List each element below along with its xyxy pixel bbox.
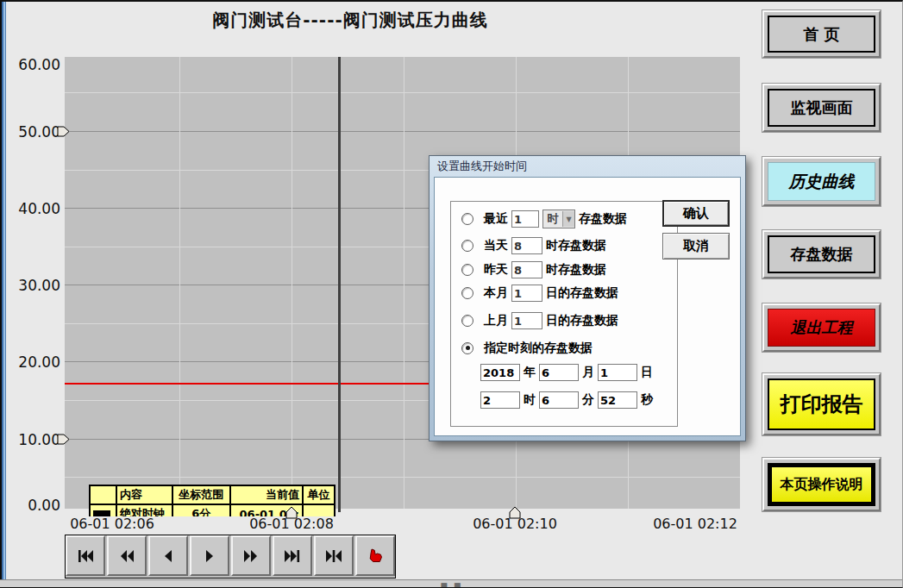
minute-label: 分: [582, 392, 594, 408]
step-back-button[interactable]: [148, 535, 188, 576]
fast-forward-button[interactable]: [231, 535, 271, 576]
second-input[interactable]: [598, 391, 637, 409]
legend-table: 内容 坐标范围 当前值 单位 绝对时钟 6分 06-01 02:: [89, 485, 335, 516]
nav-button-home-label: 首 页: [768, 16, 875, 53]
series-color-swatch: [93, 510, 110, 517]
time-cursor-line[interactable]: [338, 57, 341, 512]
day-label: 日: [641, 365, 653, 380]
recent-value-input[interactable]: [511, 210, 539, 228]
hand-mode-button[interactable]: [355, 535, 395, 576]
seek-to-cursor-button[interactable]: [314, 535, 354, 576]
nav-button-home[interactable]: 首 页: [762, 10, 881, 58]
chevron-down-icon: ▼: [562, 211, 574, 227]
y-tick-label: 60.00: [7, 56, 60, 73]
option-row-recent: 最近 时 ▼ 存盘数据: [461, 210, 674, 228]
radio-yesterday[interactable]: [461, 264, 473, 276]
y-tick-label: 50.00: [7, 123, 60, 141]
time-input-row: 时 分 秒: [480, 391, 674, 410]
gridline: [292, 57, 292, 509]
year-label: 年: [524, 365, 536, 380]
fast-forward-icon: [241, 547, 261, 565]
play-button[interactable]: [190, 535, 229, 576]
option-suffix: 时存盘数据: [546, 262, 606, 278]
play-icon: [199, 547, 220, 565]
fast-rewind-button[interactable]: [107, 535, 147, 576]
nav-button-exit-project-label: 退出工程: [768, 309, 875, 347]
minute-input[interactable]: [539, 391, 579, 409]
x-tick-label: 06-01 02:06: [52, 516, 172, 532]
cancel-button[interactable]: 取消: [662, 233, 730, 260]
option-label: 昨天: [484, 262, 508, 278]
recent-unit-select[interactable]: 时 ▼: [542, 210, 575, 228]
y-tick-label: 40.00: [7, 200, 60, 217]
year-input[interactable]: [480, 364, 520, 381]
nav-button-history-curve-label: 历史曲线: [768, 162, 875, 201]
radio-today[interactable]: [461, 240, 473, 252]
x-axis-slider-thumb[interactable]: [509, 505, 521, 519]
radio-recent[interactable]: [461, 213, 473, 225]
today-hour-input[interactable]: [511, 237, 542, 254]
time-options-groupbox: 最近 时 ▼ 存盘数据 当天 时存盘数据 昨天: [450, 201, 678, 427]
gridline: [65, 131, 740, 132]
skip-to-start-icon: [75, 547, 96, 565]
option-suffix: 时存盘数据: [546, 238, 606, 253]
playback-toolbar: [65, 535, 396, 579]
radio-specified-time[interactable]: [461, 342, 473, 354]
y-tick-label: 20.00: [7, 353, 60, 371]
gridline: [179, 57, 180, 509]
option-row-this-month: 本月 日的存盘数据: [461, 284, 674, 303]
skip-to-start-button[interactable]: [66, 535, 105, 576]
month-input[interactable]: [539, 364, 579, 381]
nav-button-exit-project[interactable]: 退出工程: [762, 303, 881, 352]
nav-button-monitor-label: 监视画面: [768, 89, 875, 127]
nav-button-monitor[interactable]: 监视画面: [762, 84, 881, 132]
legend-cell: [303, 504, 335, 516]
y-axis-slider-thumb[interactable]: [57, 434, 70, 445]
gridline: [65, 477, 740, 478]
legend-header: 内容: [116, 485, 172, 504]
option-label: 本月: [484, 285, 508, 301]
x-axis-slider-thumb[interactable]: [285, 505, 298, 519]
option-suffix: 存盘数据: [579, 211, 627, 227]
gridline: [65, 92, 740, 93]
skip-to-end-button[interactable]: [273, 535, 312, 576]
option-label: 指定时刻的存盘数据: [484, 341, 593, 356]
last-month-day-input[interactable]: [511, 312, 542, 329]
legend-row: 绝对时钟 6分 06-01 02:: [90, 504, 335, 516]
legend-header: 单位: [303, 485, 335, 504]
y-tick-label: 10.00: [7, 431, 60, 448]
nav-button-page-help[interactable]: 本页操作说明: [762, 458, 881, 511]
legend-header-row: 内容 坐标范围 当前值 单位: [90, 485, 335, 504]
hour-input[interactable]: [480, 391, 520, 409]
date-input-row: 年 月 日: [480, 363, 674, 382]
y-tick-label: 0.00: [7, 497, 60, 514]
x-tick-label: 06-01 02:12: [635, 516, 756, 532]
gridline: [404, 57, 404, 509]
window-left-border: [0, 2, 6, 588]
nav-button-history-curve[interactable]: 历史曲线: [762, 157, 881, 206]
nav-button-print-report[interactable]: 打印报告: [762, 373, 881, 435]
hour-label: 时: [524, 392, 536, 408]
splitter-grip-icon: ■ ■: [441, 584, 463, 587]
dialog-client-area: 最近 时 ▼ 存盘数据 当天 时存盘数据 昨天: [434, 177, 741, 436]
main-window: 阀门测试台-----阀门测试压力曲线 60.00 50.00 40.00 30.…: [0, 0, 903, 588]
month-label: 月: [582, 365, 594, 380]
legend-header: 当前值: [230, 485, 303, 504]
option-row-last-month: 上月 日的存盘数据: [461, 311, 674, 330]
hand-pointer-icon: [366, 547, 385, 565]
legend-cell: 6分: [172, 504, 231, 516]
bottom-scrollbar[interactable]: ■ ■: [0, 579, 903, 588]
set-curve-start-time-dialog: 设置曲线开始时间 最近 时 ▼ 存盘数据 当天 时存盘数据: [429, 155, 746, 441]
this-month-day-input[interactable]: [511, 285, 542, 302]
nav-button-saved-data[interactable]: 存盘数据: [762, 230, 881, 278]
nav-button-print-report-label: 打印报告: [768, 378, 875, 430]
confirm-button[interactable]: 确认: [662, 200, 730, 227]
nav-button-page-help-label: 本页操作说明: [768, 463, 875, 506]
day-input[interactable]: [598, 364, 637, 381]
radio-last-month[interactable]: [461, 315, 473, 327]
y-axis-slider-thumb[interactable]: [57, 126, 70, 137]
yesterday-hour-input[interactable]: [511, 261, 542, 278]
radio-this-month[interactable]: [461, 287, 473, 299]
selected-unit: 时: [543, 211, 562, 227]
skip-to-end-icon: [282, 547, 303, 565]
